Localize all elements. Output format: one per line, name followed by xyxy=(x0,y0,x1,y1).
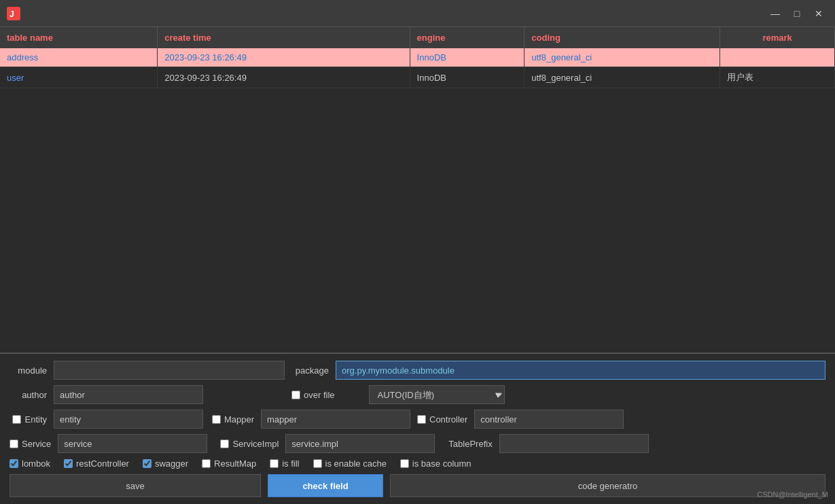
mapper-checkbox-label[interactable]: Mapper xyxy=(210,414,254,425)
lombok-checkbox-label[interactable]: lombok xyxy=(10,458,50,469)
cell-create-time: 2023-09-23 16:26:49 xyxy=(158,67,410,88)
swagger-label: swagger xyxy=(155,458,188,469)
restcontroller-checkbox-label[interactable]: restController xyxy=(64,458,129,469)
is-enable-cache-checkbox[interactable] xyxy=(313,459,322,468)
resultmap-checkbox-label[interactable]: ResultMap xyxy=(202,458,256,469)
is-enable-cache-label: is enable cache xyxy=(325,458,387,469)
cell-engine: InnoDB xyxy=(410,67,525,88)
restcontroller-label: restController xyxy=(76,458,129,469)
minimize-button[interactable]: — xyxy=(766,4,785,23)
entity-input[interactable] xyxy=(54,410,203,429)
entity-checkbox[interactable] xyxy=(12,415,21,424)
cell-remark xyxy=(720,48,835,67)
col-header-coding: coding xyxy=(525,27,720,48)
button-row: save check field code generatro xyxy=(10,474,825,497)
author-label: author xyxy=(10,390,47,400)
tableprefix-label: TablePrefix xyxy=(448,439,492,449)
service-serviceimpl-tableprefix-row: Service ServiceImpl TablePrefix xyxy=(10,434,825,453)
checkboxes-row: lombok restController swagger ResultMap … xyxy=(10,458,825,469)
id-type-select[interactable]: AUTO(ID自增)UUIDID_WORKERNONE xyxy=(369,385,505,404)
cell-remark: 用户表 xyxy=(720,67,835,88)
controller-checkbox-label[interactable]: Controller xyxy=(417,414,467,425)
resultmap-checkbox[interactable] xyxy=(202,459,211,468)
cell-coding: utf8_general_ci xyxy=(525,48,720,67)
tableprefix-input[interactable] xyxy=(499,434,649,453)
module-label: module xyxy=(10,365,47,376)
database-table: table name create time engine coding rem… xyxy=(0,27,835,88)
entity-checkbox-label[interactable]: Entity xyxy=(10,414,47,425)
cell-engine: InnoDB xyxy=(410,48,525,67)
over-file-label: over file xyxy=(304,390,335,400)
table-area: table name create time engine coding rem… xyxy=(0,27,835,353)
is-fill-checkbox[interactable] xyxy=(270,459,279,468)
author-input[interactable] xyxy=(54,385,203,404)
table-header-row: table name create time engine coding rem… xyxy=(0,27,835,48)
is-fill-checkbox-label[interactable]: is fill xyxy=(270,458,299,469)
cell-table-name: address xyxy=(0,48,158,67)
service-checkbox[interactable] xyxy=(10,439,18,448)
is-enable-cache-checkbox-label[interactable]: is enable cache xyxy=(313,458,387,469)
svg-text:J: J xyxy=(10,10,14,19)
col-header-create-time: create time xyxy=(158,27,410,48)
col-header-engine: engine xyxy=(410,27,525,48)
cell-coding: utf8_general_ci xyxy=(525,67,720,88)
app-icon: J xyxy=(7,7,20,20)
mapper-label: Mapper xyxy=(224,414,254,425)
serviceimpl-input[interactable] xyxy=(285,434,435,453)
title-bar-left: J xyxy=(7,7,20,20)
serviceimpl-checkbox[interactable] xyxy=(220,439,229,448)
over-file-checkbox-label[interactable]: over file xyxy=(291,390,335,400)
col-header-remark: remark xyxy=(720,27,835,48)
over-file-checkbox[interactable] xyxy=(291,391,300,399)
module-input[interactable] xyxy=(54,361,285,380)
is-fill-label: is fill xyxy=(282,458,299,469)
save-button[interactable]: save xyxy=(10,474,261,497)
is-base-column-checkbox[interactable] xyxy=(400,459,409,468)
service-input[interactable] xyxy=(58,434,207,453)
check-field-button[interactable]: check field xyxy=(268,474,383,497)
title-bar-controls: — □ ✕ xyxy=(766,4,828,23)
service-checkbox-label[interactable]: Service xyxy=(10,439,51,449)
is-base-column-checkbox-label[interactable]: is base column xyxy=(400,458,472,469)
package-input[interactable] xyxy=(336,361,825,380)
mapper-checkbox[interactable] xyxy=(212,415,221,424)
resultmap-label: ResultMap xyxy=(214,458,256,469)
service-label: Service xyxy=(22,439,51,449)
module-package-row: module package xyxy=(10,361,825,380)
swagger-checkbox-label[interactable]: swagger xyxy=(143,458,188,469)
controller-input[interactable] xyxy=(474,410,624,429)
author-row: author over file AUTO(ID自增)UUIDID_WORKER… xyxy=(10,385,825,404)
title-bar: J — □ ✕ xyxy=(0,0,835,27)
table-row[interactable]: address 2023-09-23 16:26:49 InnoDB utf8_… xyxy=(0,48,835,67)
is-base-column-label: is base column xyxy=(412,458,472,469)
mapper-input[interactable] xyxy=(261,410,410,429)
cell-create-time: 2023-09-23 16:26:49 xyxy=(158,48,410,67)
controller-label: Controller xyxy=(429,414,467,425)
entity-label: Entity xyxy=(24,414,47,425)
lombok-label: lombok xyxy=(22,458,50,469)
main-content: table name create time engine coding rem… xyxy=(0,27,835,504)
swagger-checkbox[interactable] xyxy=(143,459,152,468)
close-button[interactable]: ✕ xyxy=(809,4,828,23)
lombok-checkbox[interactable] xyxy=(10,459,18,468)
cell-table-name: user xyxy=(0,67,158,88)
package-label: package xyxy=(291,365,329,376)
controller-checkbox[interactable] xyxy=(417,415,426,424)
restcontroller-checkbox[interactable] xyxy=(64,459,73,468)
bottom-panel: module package author over file AUTO(ID自… xyxy=(0,353,835,504)
col-header-table-name: table name xyxy=(0,27,158,48)
serviceimpl-checkbox-label[interactable]: ServiceImpl xyxy=(214,439,279,449)
maximize-button[interactable]: □ xyxy=(787,4,806,23)
watermark: CSDN@Intelligent_M xyxy=(757,490,828,499)
entity-mapper-controller-row: Entity Mapper Controller xyxy=(10,410,825,429)
serviceimpl-label: ServiceImpl xyxy=(232,439,279,449)
table-row[interactable]: user 2023-09-23 16:26:49 InnoDB utf8_gen… xyxy=(0,67,835,88)
